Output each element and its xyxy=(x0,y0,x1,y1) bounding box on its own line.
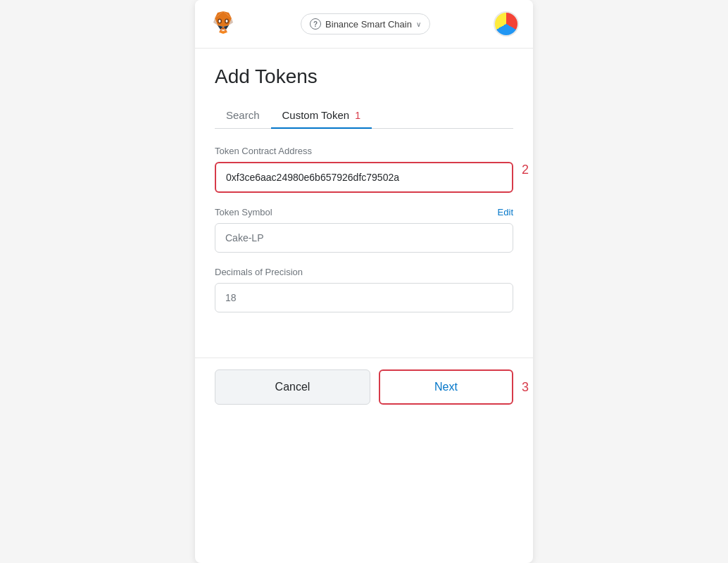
token-symbol-label-row: Token Symbol Edit xyxy=(215,207,513,217)
page-title: Add Tokens xyxy=(215,65,513,88)
avatar[interactable] xyxy=(494,11,519,37)
tab-search[interactable]: Search xyxy=(215,102,271,128)
contract-address-input[interactable] xyxy=(215,162,513,193)
chevron-down-icon: ∨ xyxy=(416,20,421,28)
decimals-input[interactable] xyxy=(215,283,513,312)
decimals-label: Decimals of Precision xyxy=(215,267,513,277)
svg-point-15 xyxy=(226,20,228,23)
panel-content: Add Tokens Search Custom Token 1 Token C… xyxy=(195,49,533,343)
annotation-2: 2 xyxy=(522,162,529,177)
decimals-group: Decimals of Precision xyxy=(215,267,513,312)
annotation-3: 3 xyxy=(522,380,529,395)
contract-address-label: Token Contract Address xyxy=(215,146,513,156)
network-label: Binance Smart Chain xyxy=(325,19,412,30)
svg-point-14 xyxy=(219,20,221,23)
metamask-logo xyxy=(209,8,237,39)
network-selector[interactable]: ? Binance Smart Chain ∨ xyxy=(301,13,430,34)
tab-badge: 1 xyxy=(355,110,360,121)
panel-footer: Cancel Next 3 xyxy=(195,358,533,416)
edit-link[interactable]: Edit xyxy=(498,207,513,217)
page-wrapper: ? Binance Smart Chain ∨ Add Tokens Searc… xyxy=(0,0,728,563)
token-symbol-input[interactable] xyxy=(215,223,513,253)
next-button[interactable]: Next xyxy=(379,369,513,405)
help-icon: ? xyxy=(310,18,321,30)
metamask-panel: ? Binance Smart Chain ∨ Add Tokens Searc… xyxy=(195,0,533,563)
token-symbol-label: Token Symbol xyxy=(215,207,272,217)
tabs-container: Search Custom Token 1 xyxy=(215,102,513,129)
tab-custom-token[interactable]: Custom Token 1 xyxy=(271,102,372,128)
contract-address-group: Token Contract Address 2 xyxy=(215,146,513,193)
panel-header: ? Binance Smart Chain ∨ xyxy=(195,0,533,49)
cancel-button[interactable]: Cancel xyxy=(215,369,370,405)
tab-custom-token-wrapper: Custom Token 1 xyxy=(271,109,372,122)
token-symbol-group: Token Symbol Edit xyxy=(215,207,513,253)
